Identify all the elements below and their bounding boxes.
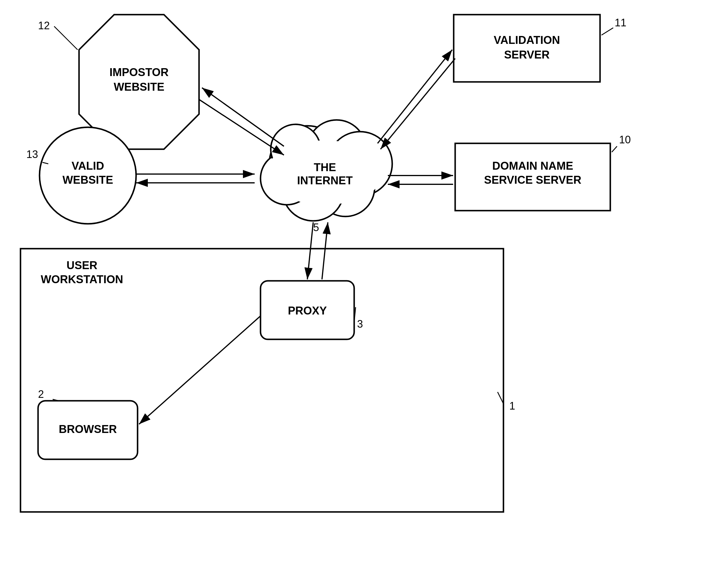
validation-to-internet-arrow	[381, 58, 455, 149]
validation-label-line2: SERVER	[504, 49, 550, 61]
ref-10-line	[612, 146, 617, 152]
ref-5: 5	[313, 221, 319, 234]
valid-label-line2: WEBSITE	[62, 174, 113, 186]
ref-13: 13	[26, 148, 38, 160]
proxy-label: PROXY	[288, 304, 327, 317]
diagram: IMPOSTOR WEBSITE VALIDATION SERVER THE I…	[0, 0, 706, 588]
ref-11: 11	[615, 17, 626, 29]
validation-server-shape	[454, 15, 600, 82]
dns-label-line1: DOMAIN NAME	[492, 160, 574, 172]
ref-2: 2	[38, 388, 44, 400]
impostor-label-line1: IMPOSTOR	[110, 66, 168, 78]
validation-label-line1: VALIDATION	[494, 34, 560, 46]
ref-12: 12	[38, 19, 50, 32]
workstation-label-line1: USER	[67, 259, 97, 271]
workstation-label-line2: WORKSTATION	[41, 273, 123, 286]
impostor-to-internet-arrow	[199, 99, 284, 155]
ref-1: 1	[509, 400, 515, 412]
ref-12-line	[54, 26, 78, 50]
dns-label-line2: SERVICE SERVER	[484, 174, 581, 186]
internet-to-impostor-arrow	[202, 88, 284, 146]
internet-label-line1: THE	[314, 161, 336, 173]
ref-11-line	[601, 28, 613, 35]
impostor-label-line2: WEBSITE	[114, 81, 164, 93]
valid-label-line1: VALID	[71, 160, 104, 172]
internet-label-line2: INTERNET	[297, 174, 353, 186]
browser-label: BROWSER	[59, 423, 117, 435]
ref-3: 3	[357, 318, 363, 330]
internet-to-validation-arrow	[378, 50, 452, 143]
ref-10: 10	[619, 134, 631, 146]
diagram-svg: IMPOSTOR WEBSITE VALIDATION SERVER THE I…	[0, 0, 706, 588]
